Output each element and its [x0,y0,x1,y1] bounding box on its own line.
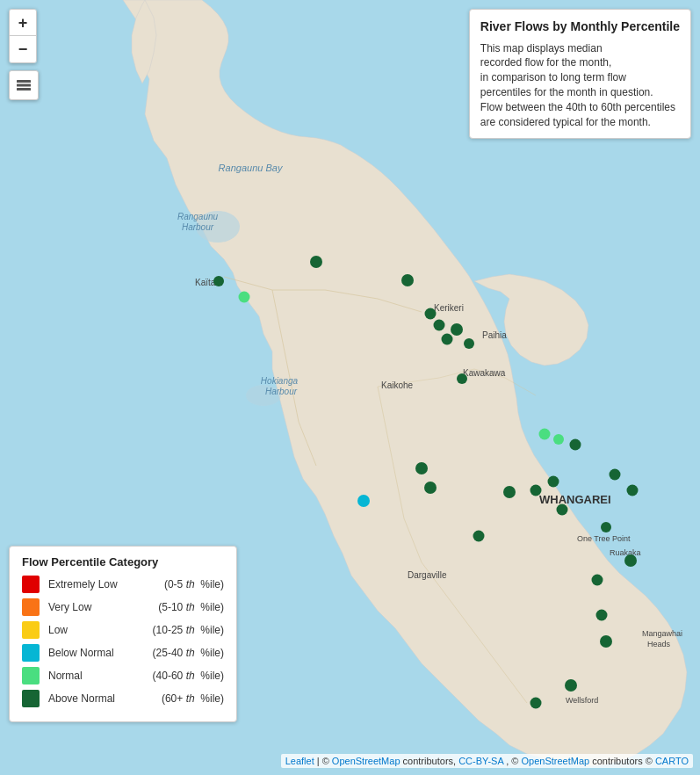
info-box: River Flows by Monthly Percentile This m… [469,9,691,139]
flow-dot[interactable] [570,439,581,451]
legend-label-above-normal: Above Normal [48,692,162,705]
svg-text:Paihia: Paihia [482,330,507,340]
legend-range-below-normal: (25-40 th %ile) [153,647,224,659]
flow-dot[interactable] [596,610,608,621]
flow-dot[interactable] [310,256,322,268]
flow-dot[interactable] [530,485,542,496]
svg-text:Harbour: Harbour [182,222,214,232]
svg-text:Harbour: Harbour [265,387,298,396]
svg-text:Kawakawa: Kawakawa [463,368,506,378]
legend-swatch-very-low [22,598,40,616]
legend-label-extremely-low: Extremely Low [48,578,164,590]
legend: Flow Percentile Category Extremely Low (… [9,546,237,722]
cc-link[interactable]: CC-BY-SA [458,756,503,766]
svg-rect-21 [17,84,31,87]
svg-text:Rangaunu Bay: Rangaunu Bay [219,163,284,173]
zoom-out-button[interactable]: − [10,36,36,62]
flow-dot[interactable] [457,373,467,384]
zoom-in-button[interactable]: + [10,10,36,36]
legend-swatch-below-normal [22,644,40,662]
attribution-text1: contributors, [403,756,459,766]
zoom-controls: + − [9,9,37,63]
legend-item-below-normal: Below Normal (25-40 th %ile) [22,644,224,662]
svg-text:Heads: Heads [647,640,671,648]
legend-range-low: (10-25 th %ile) [153,624,224,636]
flow-dot[interactable] [624,554,637,567]
svg-text:Kerikeri: Kerikeri [434,303,464,313]
svg-text:Rangaunu: Rangaunu [177,212,219,221]
flow-dot[interactable] [451,323,463,336]
legend-label-normal: Normal [48,670,153,682]
flow-dot[interactable] [539,429,551,440]
carto-link[interactable]: CARTO [655,756,689,766]
legend-range-above-normal: (60+ th %ile) [162,692,224,705]
svg-rect-22 [17,80,31,83]
svg-text:Dargaville: Dargaville [408,570,447,580]
info-box-title: River Flows by Monthly Percentile [480,18,680,36]
flow-dot[interactable] [434,320,445,331]
attribution-separator: | © [317,756,332,766]
flow-dot[interactable] [610,469,621,481]
legend-item-very-low: Very Low (5-10 th %ile) [22,598,224,616]
svg-text:One Tree Point: One Tree Point [577,534,631,543]
flow-dot[interactable] [592,575,603,586]
legend-item-low: Low (10-25 th %ile) [22,621,224,639]
flow-dot[interactable] [503,486,516,498]
flow-dot[interactable] [627,485,639,496]
flow-dot[interactable] [473,531,485,542]
legend-swatch-above-normal [22,690,40,707]
legend-item-extremely-low: Extremely Low (0-5 th %ile) [22,576,224,593]
osm1-link[interactable]: OpenStreetMap [332,756,401,766]
legend-swatch-normal [22,667,40,684]
leaflet-link[interactable]: Leaflet [285,756,314,766]
attribution-text2: contributors © [592,756,655,766]
legend-range-normal: (40-60 th %ile) [153,670,224,682]
flow-dot[interactable] [213,276,224,286]
flow-dot[interactable] [530,698,542,709]
flow-dot[interactable] [557,504,568,516]
legend-swatch-extremely-low [22,576,40,593]
flow-dot[interactable] [548,476,559,488]
layers-icon [15,76,32,94]
svg-text:WHANGAREI: WHANGAREI [539,493,611,506]
svg-text:Kaikohe: Kaikohe [381,380,414,390]
layer-control-button[interactable] [9,70,39,100]
legend-range-very-low: (5-10 th %ile) [158,601,224,613]
flow-dot[interactable] [424,482,437,494]
attribution: Leaflet | © OpenStreetMap contributors, … [281,754,693,768]
flow-dot[interactable] [425,308,437,320]
legend-label-low: Low [48,624,153,636]
osm2-link[interactable]: OpenStreetMap [521,756,589,766]
flow-dot[interactable] [239,292,250,303]
flow-dot[interactable] [601,522,611,532]
svg-text:Hokianga: Hokianga [261,376,299,386]
legend-swatch-low [22,621,40,639]
flow-dot[interactable] [553,434,564,445]
svg-rect-20 [17,88,31,91]
legend-item-above-normal: Above Normal (60+ th %ile) [22,690,224,707]
flow-dot[interactable] [357,495,370,507]
legend-range-extremely-low: (0-5 th %ile) [164,578,224,590]
svg-text:Mangawhai: Mangawhai [642,629,682,638]
info-box-description: This map displays median recorded flow f… [480,41,680,130]
legend-label-below-normal: Below Normal [48,647,153,659]
flow-dot[interactable] [415,462,428,474]
legend-title: Flow Percentile Category [22,555,224,569]
flow-dot[interactable] [600,635,612,648]
legend-label-very-low: Very Low [48,601,158,613]
map-container: Rangaunu Bay Rangaunu Harbour Kaïtaia Ke… [0,0,700,775]
flow-dot[interactable] [565,679,577,692]
svg-text:Wellsford: Wellsford [566,696,598,705]
attribution-separator2: , © [506,756,521,766]
legend-item-normal: Normal (40-60 th %ile) [22,667,224,684]
flow-dot[interactable] [464,338,474,349]
flow-dot[interactable] [401,274,414,286]
flow-dot[interactable] [442,334,453,345]
